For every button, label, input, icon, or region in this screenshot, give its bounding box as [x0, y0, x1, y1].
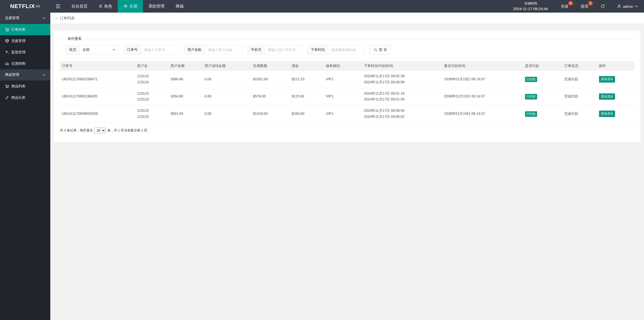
cell-level: VIP1 — [324, 105, 362, 123]
phone-input[interactable] — [265, 45, 302, 55]
chevron-down-icon — [42, 17, 45, 19]
sidebar-item-withdraw-management[interactable]: 提现管理 — [0, 47, 50, 58]
cell-balance: 3001.00 — [169, 105, 203, 123]
cell-frozen: 0.00 — [203, 88, 251, 105]
nav-item-roles[interactable]: 角色 — [93, 0, 118, 13]
phone-label: 手机号 — [248, 45, 265, 55]
menu-toggle-button[interactable] — [50, 0, 66, 13]
withdraw-label: 提现 — [581, 4, 588, 9]
cell-username: 123123123123 — [135, 71, 168, 88]
cell-commission: $115.60 — [290, 88, 324, 105]
paid-status-badge: 已付款 — [525, 77, 537, 82]
breadcrumb-arrow-icon: » — [55, 16, 58, 20]
cell-times: 2024年11月17日 09:01:162024年11月17日 09:01:26 — [362, 88, 442, 105]
sidebar-item-recharge-management[interactable]: 充值管理 — [0, 35, 50, 47]
column-header: 用户冻结金额 — [203, 61, 251, 71]
sidebar-item-trade-control[interactable]: 交易控制 — [0, 58, 50, 69]
local-time-label: 当地时间 — [524, 1, 537, 6]
cell-paid: 已付款 — [523, 71, 562, 88]
column-header: 是否付款 — [523, 61, 562, 71]
logo: NETFLIX V20 — [0, 0, 50, 13]
nav-item-mall[interactable]: 商城 — [170, 0, 189, 13]
status-selected-value: 全部 — [83, 48, 90, 52]
local-time-value: 2024-11-17 09:24:44 — [513, 6, 548, 12]
cell-username: 123123123123 — [135, 105, 168, 123]
cell-username-line: 123123 — [137, 108, 166, 114]
pos-terminal-icon — [5, 39, 9, 43]
breadcrumb: » 订单列表 — [50, 13, 644, 24]
cell-times-line: 2024年11月17日 08:59:55 — [364, 108, 440, 114]
cell-paid: 已付款 — [523, 88, 562, 105]
sidebar-item-product-list[interactable]: 商品列表 — [0, 81, 50, 92]
column-header: 交易数额 — [251, 61, 290, 71]
user-menu[interactable]: admin — [611, 0, 644, 13]
column-header: 做单级别 — [324, 61, 362, 71]
cell-level: VIP1 — [324, 71, 362, 88]
cell-paid: 已付款 — [523, 105, 562, 123]
column-header: 订单状态 — [562, 61, 597, 71]
order-table: 订单号用户名用户余额用户冻结金额交易数额佣金做单级别下单时间/付款时间最后付款时… — [60, 61, 634, 123]
cell-amount: $1319.00 — [251, 105, 290, 123]
funds-flow-button[interactable]: 资金流水 — [599, 76, 615, 83]
nav-item-system[interactable]: 系统管理 — [143, 0, 170, 13]
nav-item-label: 后台首页 — [71, 4, 88, 9]
cell-action: 资金流水 — [597, 71, 634, 88]
search-button-label: 搜 索 — [379, 48, 387, 52]
column-header: 用户名 — [135, 61, 168, 71]
sidebar-item-label: 商品分类 — [11, 95, 25, 100]
logo-text: NETFLIX — [10, 3, 35, 10]
nav-item-trade[interactable]: 交易 — [118, 0, 143, 13]
sidebar-item-label: 商品列表 — [11, 84, 25, 89]
sidebar-item-product-category[interactable]: 商品分类 — [0, 92, 50, 103]
sidebar-group-product-management[interactable]: 商品管理 — [0, 69, 50, 81]
top-header: NETFLIX V20 后台首页 角色 交易 系统管理 商城 — [0, 0, 644, 13]
nav-item-label: 系统管理 — [148, 4, 165, 9]
column-header: 最后付款时间 — [442, 61, 523, 71]
page-size-select[interactable]: 20 — [94, 128, 106, 133]
status-label: 状态 — [66, 45, 79, 55]
funds-flow-button[interactable]: 资金流水 — [599, 111, 615, 117]
withdraw-button[interactable]: 提现 2 — [575, 0, 594, 13]
cell-action: 资金流水 — [597, 105, 634, 123]
sidebar-item-order-list[interactable]: 订单列表 — [0, 24, 50, 35]
order-no-label: 订单号 — [124, 45, 141, 55]
cell-order-no: UB2411170859552058 — [60, 105, 135, 123]
nav-item-label: 交易 — [129, 4, 137, 9]
funds-flow-button[interactable]: 资金流水 — [599, 93, 615, 100]
refresh-button[interactable] — [594, 0, 611, 13]
order-time-input[interactable] — [328, 45, 365, 55]
recharge-button[interactable]: 充值 0 — [555, 0, 574, 13]
search-button[interactable]: 搜 索 — [370, 45, 391, 55]
cell-frozen: 0.00 — [203, 105, 251, 123]
paid-status-badge: 已付款 — [525, 111, 537, 117]
order-no-input[interactable] — [141, 45, 179, 55]
column-header: 操作 — [597, 61, 634, 71]
sidebar-group-label: 商品管理 — [5, 73, 19, 77]
user-name-input[interactable] — [205, 45, 243, 55]
table-header-row: 订单号用户名用户余额用户冻结金额交易数额佣金做单级别下单时间/付款时间最后付款时… — [60, 61, 634, 71]
cell-last-pay: 2038年01月19日 06:14:07 — [442, 105, 523, 123]
cell-balance: 3380.40 — [169, 71, 203, 88]
cell-amount: $1061.00 — [251, 71, 290, 88]
cell-username-line: 123123 — [137, 73, 166, 79]
cell-status: 完成付款 — [562, 71, 597, 88]
cell-times-line: 2024年11月17日 09:00:02 — [364, 114, 440, 120]
cell-status: 完成付款 — [562, 88, 597, 105]
column-header: 用户余额 — [169, 61, 203, 71]
cell-commission: $212.20 — [290, 71, 324, 88]
table-row: UB24111708595520581231231231233001.000.0… — [60, 105, 634, 123]
sidebar-group-trade-management[interactable]: 交易管理 — [0, 13, 50, 24]
withdraw-count-badge: 2 — [588, 1, 593, 6]
hamburger-icon — [56, 4, 60, 8]
nav-item-home[interactable]: 后台首页 — [66, 0, 93, 13]
scales-icon — [123, 4, 128, 9]
user-icon — [617, 4, 621, 8]
recharge-label: 充值 — [561, 4, 568, 9]
sidebar-item-label: 交易控制 — [11, 61, 25, 66]
link-icon — [5, 96, 9, 100]
cell-times-line: 2024年11月17日 09:03:08 — [364, 79, 440, 85]
gavel-icon — [5, 50, 9, 54]
order-no-filter-group: 订单号 — [124, 45, 179, 55]
status-select[interactable]: 全部 — [79, 45, 119, 55]
user-icon — [99, 4, 103, 8]
